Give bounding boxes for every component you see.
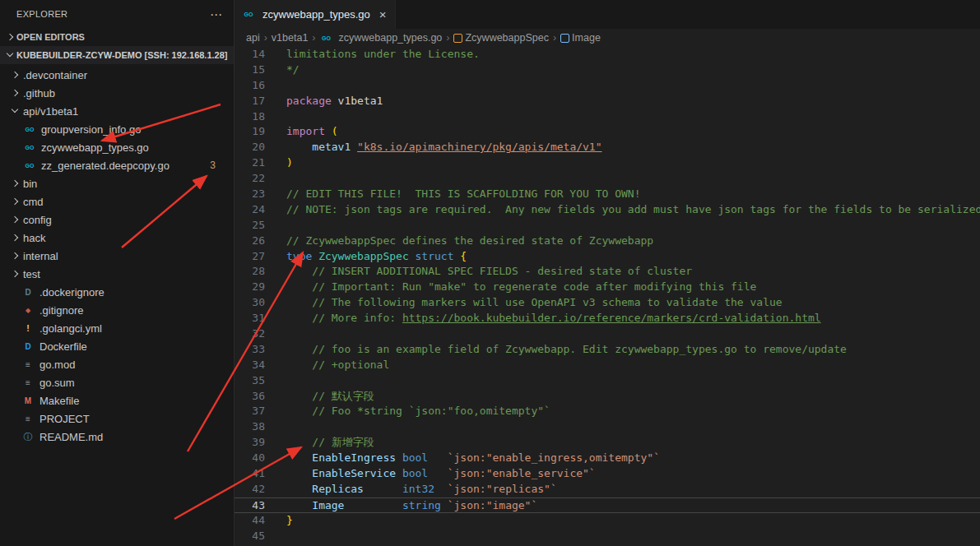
- tree-item-internal[interactable]: internal: [0, 247, 234, 265]
- tree-item-bin[interactable]: bin: [0, 174, 234, 192]
- line-number[interactable]: 38: [235, 419, 265, 435]
- tree-item-api-v1beta1[interactable]: api/v1beta1: [0, 102, 234, 120]
- code-line-30[interactable]: 30 // The following markers will use Ope…: [235, 295, 980, 311]
- code-text: */: [286, 62, 300, 78]
- line-number[interactable]: 34: [235, 358, 265, 373]
- code-line-19[interactable]: 19import (: [235, 124, 980, 140]
- line-number[interactable]: 20: [235, 140, 265, 155]
- tree-item-makefile[interactable]: MMakefile: [0, 391, 234, 410]
- line-number[interactable]: 29: [235, 280, 265, 295]
- line-number[interactable]: 37: [235, 404, 265, 419]
- open-editors-section[interactable]: OPEN EDITORS: [0, 28, 234, 46]
- code-line-39[interactable]: 39 // 新增字段: [235, 435, 980, 451]
- tree-item-readme-md[interactable]: ⓘREADME.md: [0, 428, 234, 446]
- breadcrumb-item-api[interactable]: api: [246, 32, 260, 44]
- code-line-14[interactable]: 14limitations under the License.: [235, 47, 980, 62]
- line-number[interactable]: 14: [235, 47, 265, 62]
- code-line-22[interactable]: 22: [235, 171, 980, 187]
- line-number[interactable]: 44: [235, 513, 265, 529]
- line-number[interactable]: 41: [235, 466, 265, 482]
- breadcrumb-label: Image: [572, 32, 601, 44]
- code-line-18[interactable]: 18: [235, 109, 980, 125]
- code-line-17[interactable]: 17package v1beta1: [235, 94, 980, 109]
- line-number[interactable]: 45: [235, 529, 265, 544]
- code-line-31[interactable]: 31 // More info: https://book.kubebuilde…: [235, 311, 980, 326]
- tree-item-gitignore[interactable]: ◆.gitignore: [0, 301, 234, 319]
- code-line-42[interactable]: 42 Replicas int32 `json:"replicas"`: [235, 482, 980, 497]
- tree-item-github[interactable]: .github: [0, 84, 234, 102]
- code-line-44[interactable]: 44}: [235, 513, 980, 529]
- code-line-25[interactable]: 25: [235, 218, 980, 234]
- more-actions-icon[interactable]: ⋯: [210, 8, 222, 21]
- line-number[interactable]: 36: [235, 389, 265, 405]
- line-number[interactable]: 27: [235, 249, 265, 265]
- tree-item-zcywwebapp-types-go[interactable]: GOzcywwebapp_types.go: [0, 138, 234, 156]
- tree-item-golangci-yml[interactable]: !.golangci.yml: [0, 319, 234, 337]
- line-number[interactable]: 30: [235, 295, 265, 311]
- code-text: }: [286, 513, 293, 529]
- code-line-26[interactable]: 26// ZcywwebappSpec defines the desired …: [235, 234, 980, 249]
- line-number[interactable]: 16: [235, 78, 265, 94]
- line-number[interactable]: 33: [235, 342, 265, 358]
- line-number[interactable]: 42: [235, 482, 265, 497]
- code-line-20[interactable]: 20 metav1 "k8s.io/apimachinery/pkg/apis/…: [235, 140, 980, 155]
- code-line-29[interactable]: 29 // Important: Run "make" to regenerat…: [235, 280, 980, 295]
- code-line-35[interactable]: 35: [235, 373, 980, 389]
- breadcrumb-item-image[interactable]: Image: [560, 32, 601, 44]
- breadcrumb-item-v1beta1[interactable]: v1beta1: [272, 32, 308, 44]
- line-number[interactable]: 31: [235, 311, 265, 326]
- tree-item-devcontainer[interactable]: .devcontainer: [0, 66, 234, 84]
- code-line-16[interactable]: 16: [235, 78, 980, 94]
- breadcrumb-item-zcywwebapp-types-go[interactable]: GOzcywwebapp_types.go: [320, 31, 443, 44]
- line-number[interactable]: 28: [235, 264, 265, 280]
- code-line-40[interactable]: 40 EnableIngress bool `json:"enable_ingr…: [235, 451, 980, 466]
- line-number[interactable]: 23: [235, 187, 265, 202]
- code-line-43[interactable]: 43 Image string `json:"image"`: [235, 497, 980, 513]
- tree-item-cmd[interactable]: cmd: [0, 192, 234, 211]
- code-line-41[interactable]: 41 EnableService bool `json:"enable_serv…: [235, 466, 980, 482]
- line-number[interactable]: 39: [235, 435, 265, 451]
- line-number[interactable]: 18: [235, 109, 265, 125]
- code-line-37[interactable]: 37 // Foo *string `json:"foo,omitempty"`: [235, 404, 980, 419]
- close-icon[interactable]: ×: [379, 8, 387, 21]
- code-line-28[interactable]: 28 // INSERT ADDITIONAL SPEC FIELDS - de…: [235, 264, 980, 280]
- line-number[interactable]: 32: [235, 326, 265, 342]
- code-line-32[interactable]: 32: [235, 326, 980, 342]
- tree-item-hack[interactable]: hack: [0, 229, 234, 247]
- code-line-33[interactable]: 33 // foo is an example field of Zcywweb…: [235, 342, 980, 358]
- code-line-34[interactable]: 34 // +optional: [235, 358, 980, 373]
- line-number[interactable]: 35: [235, 373, 265, 389]
- tree-item-test[interactable]: test: [0, 265, 234, 283]
- line-number[interactable]: 22: [235, 171, 265, 187]
- tree-item-config[interactable]: config: [0, 211, 234, 229]
- tree-item-dockerignore[interactable]: D.dockerignore: [0, 283, 234, 301]
- code-line-27[interactable]: 27type ZcywwebappSpec struct {: [235, 249, 980, 265]
- breadcrumb-item-zcywwebappspec[interactable]: ZcywwebappSpec: [453, 32, 548, 44]
- tree-item-groupversion-info-go[interactable]: GOgroupversion_info.go: [0, 120, 234, 138]
- code-text: // NOTE: json tags are required. Any new…: [286, 202, 980, 218]
- tree-item-project[interactable]: ≡PROJECT: [0, 410, 234, 428]
- line-number[interactable]: 21: [235, 155, 265, 171]
- code-line-15[interactable]: 15*/: [235, 62, 980, 78]
- code-line-36[interactable]: 36 // 默认字段: [235, 389, 980, 405]
- line-number[interactable]: 43: [235, 498, 265, 512]
- code-line-23[interactable]: 23// EDIT THIS FILE! THIS IS SCAFFOLDING…: [235, 187, 980, 202]
- line-number[interactable]: 17: [235, 94, 265, 109]
- workspace-root-header[interactable]: KUBEBUILDER-ZCYW-DEMO [SSH: 192.168.1.28…: [0, 46, 234, 64]
- line-number[interactable]: 19: [235, 124, 265, 140]
- tree-item-zz-generated-deepcopy-go[interactable]: GOzz_generated.deepcopy.go3: [0, 156, 234, 174]
- code-line-21[interactable]: 21): [235, 155, 980, 171]
- line-number[interactable]: 24: [235, 202, 265, 218]
- tab-zcywwebapp-types[interactable]: GO zcywwebapp_types.go ×: [235, 0, 396, 29]
- tree-item-go-mod[interactable]: ≡go.mod: [0, 355, 234, 373]
- line-number[interactable]: 26: [235, 234, 265, 249]
- code-line-45[interactable]: 45: [235, 529, 980, 544]
- tree-item-go-sum[interactable]: ≡go.sum: [0, 373, 234, 391]
- line-number[interactable]: 15: [235, 62, 265, 78]
- line-number[interactable]: 25: [235, 218, 265, 234]
- tree-item-dockerfile[interactable]: DDockerfile: [0, 337, 234, 355]
- code-area[interactable]: 14limitations under the License.15*/1617…: [235, 47, 980, 546]
- code-line-38[interactable]: 38: [235, 419, 980, 435]
- line-number[interactable]: 40: [235, 451, 265, 466]
- code-line-24[interactable]: 24// NOTE: json tags are required. Any n…: [235, 202, 980, 218]
